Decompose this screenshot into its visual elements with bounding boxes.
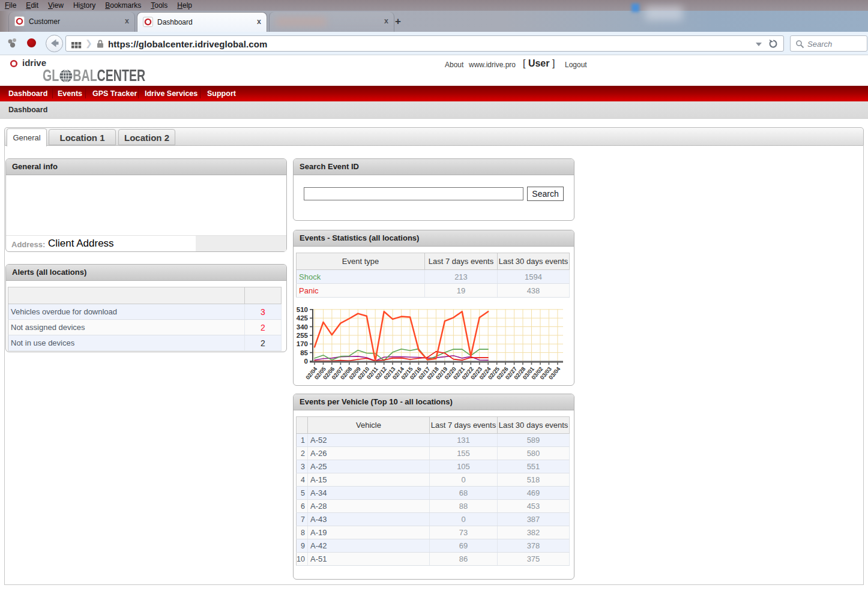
event-type: Shock bbox=[297, 270, 425, 284]
last7-value: 19 bbox=[425, 284, 498, 298]
url-text[interactable]: https://globalcenter.idriveglobal.com bbox=[108, 39, 267, 49]
panel-events-statistics: Events - Statistics (all locations) Even… bbox=[293, 230, 574, 386]
panel-events-per-vehicle: Events per Vehicle (Top 10 - all locatio… bbox=[293, 394, 574, 580]
menu-tools[interactable]: Tools bbox=[146, 0, 172, 10]
header-link-about[interactable]: About bbox=[445, 61, 463, 69]
alert-value: 2 bbox=[245, 320, 282, 335]
browser-tab-customer[interactable]: Customerx bbox=[8, 12, 135, 32]
urlbar-dropdown-icon[interactable] bbox=[756, 43, 762, 46]
vehicle-last7: 68 bbox=[430, 487, 498, 500]
vehicle-name: A-43 bbox=[308, 513, 430, 526]
panel-general-info-title: General info bbox=[6, 159, 286, 175]
record-indicator-icon[interactable] bbox=[27, 38, 36, 47]
vehicle-last30: 453 bbox=[498, 500, 570, 513]
stats-col-header: Event type bbox=[297, 253, 425, 270]
nav-events[interactable]: Events bbox=[58, 89, 82, 98]
vehicle-last7: 73 bbox=[430, 526, 498, 539]
address-row-gray bbox=[196, 236, 286, 251]
main-nav: DashboardEventsGPS TrackerIdrive Service… bbox=[0, 86, 868, 101]
nav-separator bbox=[200, 88, 200, 98]
vehicle-rank: 5 bbox=[297, 487, 308, 500]
page-tab-location-2[interactable]: Location 2 bbox=[118, 129, 175, 145]
header-link-www.idrive.pro[interactable]: www.idrive.pro bbox=[469, 61, 516, 69]
idrive-favicon bbox=[14, 16, 25, 26]
magnifier-icon bbox=[795, 40, 804, 49]
tab-close-icon[interactable]: x bbox=[125, 17, 129, 25]
tab-title: Customer bbox=[29, 17, 60, 26]
vehicle-row: 5A-3468469 bbox=[297, 487, 570, 500]
vehicle-last30: 551 bbox=[498, 460, 570, 473]
reload-icon[interactable] bbox=[768, 38, 779, 52]
page-tab-general[interactable]: General bbox=[7, 128, 47, 146]
last30-value: 438 bbox=[498, 284, 570, 298]
globe-icon bbox=[59, 69, 73, 83]
address-row: Address: Client Address bbox=[6, 235, 286, 251]
alerts-table: Vehicles overdue for download3Not assign… bbox=[8, 287, 282, 351]
menu-help[interactable]: Help bbox=[172, 0, 197, 10]
nav-gps-tracker[interactable]: GPS Tracker bbox=[92, 89, 137, 98]
browser-search-box[interactable]: Search bbox=[790, 35, 867, 52]
panel-events-statistics-title: Events - Statistics (all locations) bbox=[294, 230, 574, 247]
header-link-user[interactable]: [ User ] bbox=[523, 58, 555, 69]
vehicle-col-header: Vehicle bbox=[308, 417, 430, 434]
alerts-header-empty bbox=[8, 287, 245, 304]
event-type: Panic bbox=[297, 284, 425, 298]
nav-separator bbox=[85, 88, 86, 98]
vehicle-rank: 4 bbox=[297, 473, 308, 487]
header-link-logout[interactable]: Logout bbox=[565, 61, 587, 69]
svg-text:170: 170 bbox=[297, 340, 308, 347]
search-button[interactable]: Search bbox=[527, 187, 564, 201]
menu-bookmarks[interactable]: Bookmarks bbox=[100, 0, 146, 10]
stats-row: Panic19438 bbox=[297, 284, 570, 298]
vehicle-row: 6A-2888453 bbox=[297, 500, 570, 513]
svg-text:510: 510 bbox=[297, 307, 308, 313]
vehicle-row: 2A-26155580 bbox=[297, 447, 570, 460]
menu-history[interactable]: History bbox=[68, 0, 100, 10]
browser-menubar: FileEditViewHistoryBookmarksToolsHelp bbox=[0, 0, 868, 11]
tab-close-icon[interactable]: x bbox=[384, 17, 388, 25]
vehicle-rank: 9 bbox=[297, 539, 308, 553]
site-header: idrive GLBALCENTER Aboutwww.idrive.pro[ … bbox=[0, 55, 868, 86]
background-window-icon-blur bbox=[631, 4, 639, 12]
lock-icon bbox=[96, 39, 104, 51]
vehicle-name: A-52 bbox=[308, 434, 430, 447]
vehicle-row: 1A-52131589 bbox=[297, 434, 570, 447]
extension-paw-icon[interactable] bbox=[6, 37, 19, 52]
menu-edit[interactable]: Edit bbox=[21, 0, 43, 10]
back-button[interactable] bbox=[46, 35, 63, 52]
vehicle-row: 10A-5186375 bbox=[297, 553, 570, 566]
idrive-favicon bbox=[143, 17, 153, 27]
url-bar[interactable]: ❯ https://globalcenter.idriveglobal.com bbox=[65, 35, 784, 52]
menu-view[interactable]: View bbox=[43, 0, 68, 10]
nav-support[interactable]: Support bbox=[207, 89, 236, 98]
site-tiles-icon[interactable] bbox=[71, 41, 82, 52]
event-id-input[interactable] bbox=[304, 187, 523, 200]
vehicle-name: A-15 bbox=[308, 473, 430, 487]
vehicle-col-header bbox=[297, 417, 308, 434]
vehicle-last7: 69 bbox=[430, 539, 498, 553]
page-tabbar: GeneralLocation 1Location 2 bbox=[4, 127, 864, 146]
nav-idrive-services[interactable]: Idrive Services bbox=[145, 89, 197, 98]
search-placeholder: Search bbox=[807, 40, 832, 49]
vehicle-last30: 378 bbox=[498, 539, 570, 553]
page-tab-location-1[interactable]: Location 1 bbox=[49, 129, 116, 145]
vehicle-last7: 155 bbox=[430, 447, 498, 460]
vehicle-col-header: Last 30 days events bbox=[498, 417, 570, 434]
panel-events-per-vehicle-title: Events per Vehicle (Top 10 - all locatio… bbox=[294, 394, 574, 410]
events-statistics-table: Event typeLast 7 days eventsLast 30 days… bbox=[296, 253, 570, 298]
vehicle-name: A-34 bbox=[308, 487, 430, 500]
svg-text:255: 255 bbox=[297, 332, 309, 339]
idrive-logo-icon bbox=[10, 59, 18, 70]
nav-dashboard[interactable]: Dashboard bbox=[8, 89, 47, 98]
browser-tab-dashboard[interactable]: Dashboardx bbox=[137, 12, 267, 32]
menu-file[interactable]: File bbox=[0, 0, 21, 10]
address-label: Address: bbox=[11, 240, 45, 249]
new-tab-button[interactable]: + bbox=[395, 16, 401, 28]
panel-search-event: Search Event ID Search bbox=[293, 158, 574, 221]
browser-tab-blank[interactable]: x bbox=[269, 12, 394, 32]
vehicle-col-header: Last 7 days events bbox=[430, 417, 498, 434]
vehicle-rank: 7 bbox=[297, 513, 308, 526]
tab-close-icon[interactable]: x bbox=[257, 17, 261, 26]
alerts-row: Not assigned devices2 bbox=[8, 320, 282, 335]
vehicle-last7: 131 bbox=[430, 434, 498, 447]
